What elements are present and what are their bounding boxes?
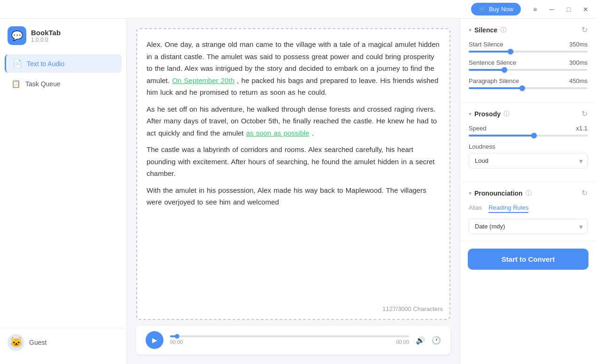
silence-title: Silence: [474, 26, 497, 34]
speed-value: x1.1: [576, 125, 588, 132]
prosody-info-icon: ⓘ: [503, 110, 510, 118]
brand-info: BookTab 1.0.0.0: [31, 29, 61, 43]
sidebar-item-text-to-audio[interactable]: 📄 Text to Audio: [5, 54, 122, 73]
speed-fill: [469, 135, 534, 136]
pronunciation-tabs: Alias Reading Rules: [469, 204, 588, 213]
task-queue-icon: 📋: [11, 79, 21, 88]
brand-icon: 💬: [8, 26, 26, 45]
avatar: 🐱: [8, 334, 24, 351]
history-button[interactable]: 🕐: [432, 336, 441, 345]
progress-fill: [170, 335, 177, 337]
paragraph-3: The castle was a labyrinth of corridors …: [147, 144, 440, 180]
time-row: 00:00 00:00: [170, 339, 409, 345]
paragraph-4: With the amulet in his possession, Alex …: [147, 184, 440, 208]
progress-track[interactable]: [170, 335, 409, 337]
brand-name: BookTab: [31, 29, 61, 37]
silence-chevron-icon: ▾: [469, 27, 472, 33]
prosody-reset-icon[interactable]: ↻: [581, 109, 588, 118]
paragraph-silence-value: 450ms: [569, 77, 588, 84]
pronunciation-reset-icon[interactable]: ↻: [581, 189, 588, 197]
sidebar: 💬 BookTab 1.0.0.0 📄 Text to Audio 📋 Task…: [0, 19, 127, 364]
pronunciation-title: Pronounciation: [474, 190, 523, 197]
editor-text: Alex. One day, a strange old man came to…: [147, 38, 440, 208]
loudness-row: Loudness Soft Medium Loud Extra Loud: [469, 143, 588, 168]
paragraph-4-text: With the amulet in his possession, Alex …: [147, 186, 426, 206]
prosody-section: ▾ Prosody ⓘ ↻ Speed x1.1 Loudness: [460, 103, 596, 182]
pronunciation-section: ▾ Pronounciation ⓘ ↻ Alias Reading Rules…: [460, 182, 596, 241]
total-time: 00:00: [396, 339, 409, 345]
date-select[interactable]: Date (mdy) Date (dmy) Date (ymd): [469, 219, 588, 234]
play-button[interactable]: ▶: [146, 331, 163, 349]
paragraph-silence-fill: [469, 87, 522, 89]
paragraph-silence-label: Paragraph Silence: [469, 77, 519, 84]
date-select-wrapper: Date (mdy) Date (dmy) Date (ymd): [469, 219, 588, 234]
pronunciation-title-row: ▾ Pronounciation ⓘ: [469, 189, 532, 197]
sentence-silence-track: [469, 69, 588, 71]
sentence-silence-value: 300ms: [569, 59, 588, 66]
minimize-button[interactable]: ─: [547, 5, 557, 14]
start-silence-track: [469, 51, 588, 53]
sidebar-item-label: Task Queue: [25, 80, 61, 88]
sidebar-item-task-queue[interactable]: 📋 Task Queue: [5, 75, 122, 93]
sidebar-user: 🐱 Guest: [0, 328, 126, 356]
paragraph-silence-row: Paragraph Silence 450ms: [469, 77, 588, 89]
paragraph-2-end: .: [312, 129, 314, 137]
paragraph-silence-track: [469, 87, 588, 89]
paragraph-3-text: The castle was a labyrinth of corridors …: [147, 145, 435, 177]
tab-alias[interactable]: Alias: [469, 204, 482, 213]
main-content: Alex. One day, a strange old man came to…: [127, 19, 460, 364]
sidebar-brand: 💬 BookTab 1.0.0.0: [0, 26, 126, 54]
user-name: Guest: [29, 339, 46, 346]
maximize-button[interactable]: □: [564, 5, 573, 14]
audio-controls: 🔊 🕐: [416, 336, 441, 345]
buy-now-button[interactable]: 🛒 Buy Now: [471, 3, 521, 15]
loudness-select[interactable]: Soft Medium Loud Extra Loud: [469, 153, 588, 168]
start-silence-label: Start Silence: [469, 41, 503, 48]
sentence-silence-row: Sentence Silence 300ms: [469, 59, 588, 71]
prosody-title: Prosody: [474, 110, 501, 118]
start-silence-row: Start Silence 350ms: [469, 41, 588, 53]
silence-section-header[interactable]: ▾ Silence ⓘ ↻: [469, 25, 588, 34]
cart-icon: 🛒: [479, 6, 486, 13]
loudness-label: Loudness: [469, 143, 495, 150]
silence-title-row: ▾ Silence ⓘ: [469, 26, 506, 34]
buy-now-label: Buy Now: [489, 6, 513, 13]
paragraph-1: Alex. One day, a strange old man came to…: [147, 38, 440, 99]
tab-reading-rules[interactable]: Reading Rules: [488, 204, 528, 213]
volume-button[interactable]: 🔊: [416, 336, 425, 345]
start-silence-fill: [469, 51, 511, 53]
app-body: 💬 BookTab 1.0.0.0 📄 Text to Audio 📋 Task…: [0, 19, 596, 364]
speed-track: [469, 135, 588, 136]
sidebar-item-label: Text to Audio: [27, 60, 64, 68]
link-september[interactable]: On September 20th: [172, 76, 234, 84]
convert-button[interactable]: Start to Convert: [468, 249, 588, 270]
pronunciation-section-header[interactable]: ▾ Pronounciation ⓘ ↻: [469, 189, 588, 197]
pronunciation-info-icon: ⓘ: [526, 189, 532, 197]
text-editor[interactable]: Alex. One day, a strange old man came to…: [136, 28, 450, 320]
start-silence-value: 350ms: [569, 41, 588, 48]
speed-row: Speed x1.1: [469, 125, 588, 136]
sentence-silence-label: Sentence Silence: [469, 59, 516, 66]
menu-button[interactable]: ≡: [530, 5, 540, 14]
prosody-section-header[interactable]: ▾ Prosody ⓘ ↻: [469, 109, 588, 118]
paragraph-2: As he set off on his adventure, he walke…: [147, 103, 440, 139]
progress-area: 00:00 00:00: [170, 335, 409, 345]
link-asap[interactable]: as soon as possible: [246, 129, 310, 137]
pronunciation-chevron-icon: ▾: [469, 190, 472, 197]
speed-label: Speed: [469, 125, 487, 132]
sidebar-nav: 📄 Text to Audio 📋 Task Queue: [0, 54, 126, 328]
silence-reset-icon[interactable]: ↻: [581, 25, 588, 34]
loudness-select-wrapper: Soft Medium Loud Extra Loud: [469, 153, 588, 168]
audio-player: ▶ 00:00 00:00 🔊 🕐: [136, 326, 450, 355]
prosody-title-row: ▾ Prosody ⓘ: [469, 110, 510, 118]
brand-version: 1.0.0.0: [31, 37, 61, 43]
title-bar: 🛒 Buy Now ≡ ─ □ ✕: [0, 0, 596, 19]
avatar-icon: 🐱: [10, 336, 23, 349]
char-count: 1127/3000 Characters: [382, 304, 443, 314]
close-button[interactable]: ✕: [581, 5, 590, 14]
right-panel: ▾ Silence ⓘ ↻ Start Silence 350ms Senten…: [460, 19, 596, 364]
current-time: 00:00: [170, 339, 183, 345]
window-controls: ≡ ─ □ ✕: [530, 5, 590, 14]
silence-info-icon: ⓘ: [500, 26, 506, 34]
text-to-audio-icon: 📄: [13, 59, 22, 68]
